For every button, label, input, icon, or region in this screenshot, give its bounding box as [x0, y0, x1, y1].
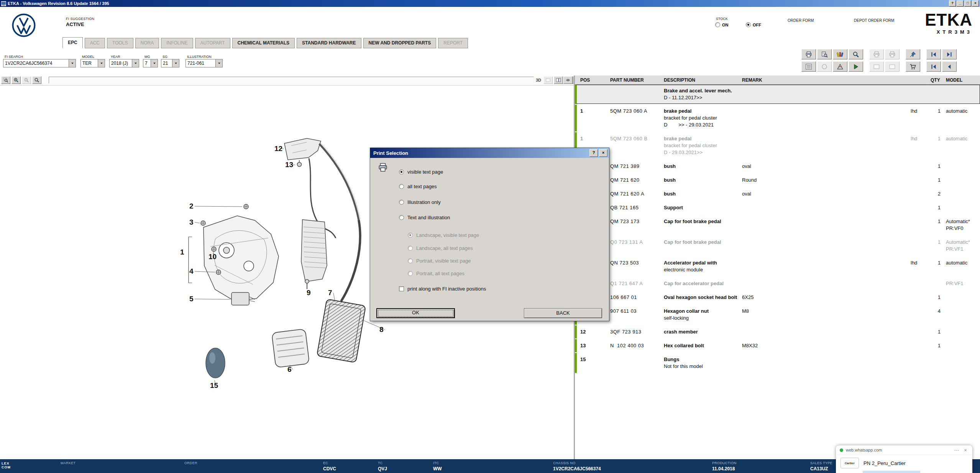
combo-model[interactable]: TER — [80, 59, 105, 67]
tab-chemical-materials[interactable]: CHEMICAL MATERIALS — [232, 38, 295, 48]
stock-off-radio[interactable]: OFF — [746, 22, 761, 27]
row-qty: 1 — [931, 259, 946, 273]
status-label: SALES TYPE — [810, 461, 832, 465]
dialog-help-button[interactable]: ? — [589, 149, 598, 157]
tab-report[interactable]: REPORT — [438, 38, 468, 48]
markers-button[interactable] — [833, 49, 847, 59]
parts-table-row[interactable]: QN 723 503Accelerator pedal withelectron… — [575, 256, 980, 276]
row-remark-right — [911, 280, 931, 287]
tab-new-and-dropped-parts[interactable]: NEW AND DROPPED PARTS — [363, 38, 437, 48]
row-part-number: 907 611 03 — [610, 308, 664, 322]
radio-label: Landscape, visible text page — [416, 232, 479, 238]
dialog-radio-illustration-only[interactable]: Illustration only — [399, 199, 441, 205]
vw-logo-icon — [11, 13, 36, 38]
layout-split-button[interactable] — [554, 76, 563, 84]
parts-table-row[interactable]: QB 721 165Support1 — [575, 201, 980, 214]
close-button[interactable]: × — [972, 0, 979, 7]
parts-table-row[interactable]: 123QF 723 913crash member1 — [575, 325, 980, 338]
tab-autopart[interactable]: AUTOPART — [195, 38, 230, 48]
tab-tools[interactable]: TOOLS — [107, 38, 133, 48]
parts-list-button[interactable] — [801, 61, 816, 72]
status-chassis-no: CHASSIS NO1V2CR2CA6JC566374 — [553, 461, 601, 471]
whatsapp-notification[interactable]: web.whatsapp.com ⋯ × Cartier PN 2_Peru_C… — [836, 445, 972, 473]
zoom-window-button[interactable] — [1, 76, 10, 84]
combo-value-illustration: 721-061 — [186, 59, 215, 67]
maximize-button[interactable]: □ — [964, 0, 971, 7]
combo-mg[interactable]: 7 — [143, 59, 158, 67]
notification-more-icon[interactable]: ⋯ — [954, 447, 960, 453]
dialog-titlebar[interactable]: Print Selection ? × — [370, 148, 609, 158]
back-button[interactable]: BACK — [524, 308, 602, 318]
print-preview-button[interactable] — [817, 49, 832, 59]
row-remark-right — [911, 328, 931, 335]
zoom-search-button[interactable] — [849, 49, 863, 59]
dialog-radio-text-and-illustration[interactable]: Text and illustration — [399, 215, 450, 220]
notification-clipped-line — [863, 471, 920, 473]
order-form-link[interactable]: ORDER FORM — [788, 18, 814, 23]
parts-table-row[interactable]: 13N 102 400 03Hex collared boltM8X321 — [575, 339, 980, 352]
parts-table-row[interactable]: 15QM 723 060 Bbrake pedalbracket for ped… — [575, 132, 980, 159]
help-button[interactable]: ? — [949, 0, 956, 7]
combo-illustration[interactable]: 721-061 — [185, 59, 223, 67]
row-remark — [742, 356, 911, 370]
parts-table-row[interactable]: QM 723 173Cap for foot brake pedal1Autom… — [575, 215, 980, 235]
parts-table-row[interactable]: QM 721 620 Abushoval2 — [575, 187, 980, 200]
parts-table-row[interactable]: 106 667 01Oval hexagon socket head bolt6… — [575, 291, 980, 304]
row-qty: 1 — [931, 135, 946, 156]
measure-button[interactable] — [833, 61, 847, 72]
row-description: BungsNot for this model — [664, 356, 742, 370]
page-forward-button[interactable] — [942, 49, 957, 59]
stock-on-radio[interactable]: ON — [715, 22, 729, 27]
dialog-radio-all-text-pages[interactable]: all text pages — [399, 184, 437, 189]
combo-dropdown-fi-search-icon[interactable] — [69, 59, 76, 67]
dialog-title: Print Selection — [372, 150, 588, 156]
section-title: Brake and accel. lever mech. — [664, 87, 980, 94]
parts-table-row[interactable]: Q1 721 647 ACap for accelerator pedalPR:… — [575, 277, 980, 290]
tab-acc[interactable]: ACC — [85, 38, 105, 48]
tab-standard-hardware[interactable]: STANDARD HARDWARE — [297, 38, 361, 48]
lexcom-logo-bottom: COM — [2, 465, 11, 469]
minimize-button[interactable]: _ — [957, 0, 964, 7]
tab-epc[interactable]: EPC — [62, 37, 83, 48]
combo-dropdown-model-icon[interactable] — [98, 59, 105, 67]
run-button[interactable] — [849, 61, 863, 72]
layout-single-button — [543, 76, 553, 84]
window-titlebar[interactable]: ETKA - Volkswagen Revision 8.6 Update 15… — [0, 0, 980, 7]
combo-dropdown-mg-icon[interactable] — [151, 59, 158, 67]
page-back-button[interactable] — [926, 49, 941, 59]
row-qty: 4 — [931, 308, 946, 322]
print-text-button — [869, 49, 884, 59]
parts-table-row[interactable]: Q0 723 131 ACap for foot brake pedal1Aut… — [575, 236, 980, 256]
parts-table-row[interactable]: 15QM 723 060 Abrake pedalbracket for ped… — [575, 105, 980, 131]
dialog-close-button[interactable]: × — [599, 149, 607, 157]
zoom-fit-button[interactable] — [32, 76, 41, 84]
parts-table-row[interactable]: QM 721 389bushoval1 — [575, 160, 980, 173]
combo-dropdown-illustration-icon[interactable] — [215, 59, 222, 67]
combo-fi-search[interactable]: 1V2CR2CA6JC566374 — [3, 59, 76, 67]
fi-inactive-checkbox[interactable]: print along with FI inactive positions — [399, 286, 486, 292]
combo-dropdown-year-icon[interactable] — [132, 59, 139, 67]
combo-dropdown-sg-icon[interactable] — [172, 59, 179, 67]
print-button[interactable] — [801, 49, 816, 59]
parts-table-row[interactable]: 15BungsNot for this model — [575, 353, 980, 373]
tab-infoline[interactable]: INFOLINE — [161, 38, 193, 48]
parts-table-row[interactable]: 907 611 03Hexagon collar nutself-locking… — [575, 305, 980, 325]
tab-nora[interactable]: NORA — [135, 38, 159, 48]
nav-prev-button[interactable] — [942, 61, 957, 72]
shopping-cart-button[interactable] — [906, 61, 920, 72]
parts-table-row[interactable]: QM 721 620bushRound1 — [575, 174, 980, 187]
dialog-radio-visible-text-page[interactable]: visible text page — [399, 169, 443, 175]
split-view-button[interactable] — [563, 76, 573, 84]
section-row[interactable]: Brake and accel. lever mech. D - 11.12.2… — [575, 85, 980, 104]
row-remark-right — [911, 308, 931, 322]
callout-7: 7 — [328, 289, 332, 297]
notification-close-icon[interactable]: × — [962, 447, 969, 453]
combo-year[interactable]: 2018 (J) — [109, 59, 139, 67]
combo-sg[interactable]: 21 — [161, 59, 179, 67]
nav-first-button[interactable] — [926, 61, 941, 72]
pointer-button[interactable] — [906, 49, 920, 59]
ok-button[interactable]: OK — [376, 308, 455, 318]
depot-order-form-link[interactable]: DEPOT ORDER FORM — [854, 18, 894, 23]
callout-13: 13 — [285, 161, 293, 169]
zoom-in-button[interactable] — [11, 76, 21, 84]
